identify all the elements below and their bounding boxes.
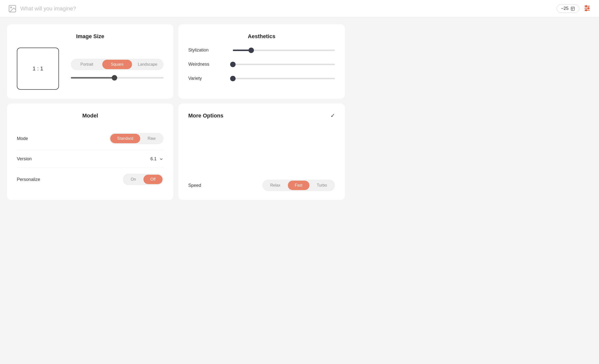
svg-point-7 (588, 7, 589, 9)
stylization-thumb[interactable] (248, 48, 254, 53)
main-content: Image Size 1 : 1 Portrait Square Landsca… (0, 17, 352, 207)
image-icon (8, 4, 17, 13)
version-dropdown[interactable]: 6.1 (150, 156, 163, 162)
image-size-content: 1 : 1 Portrait Square Landscape (17, 48, 163, 90)
credits-value: ~25 (561, 6, 569, 11)
model-title: Model (17, 112, 163, 119)
mode-row: Mode Standard Raw (17, 127, 163, 150)
svg-point-8 (585, 9, 587, 11)
orientation-toggle-group: Portrait Square Landscape (71, 59, 163, 70)
relax-speed-button[interactable]: Relax (263, 181, 287, 190)
size-slider-track[interactable] (71, 77, 163, 79)
svg-point-1 (11, 7, 12, 8)
size-slider-fill (71, 77, 114, 79)
raw-mode-button[interactable]: Raw (141, 134, 163, 143)
version-value: 6.1 (150, 156, 157, 162)
more-options-card: More Options ✓ Speed Relax Fast Turbo (178, 104, 345, 200)
personalize-row: Personalize On Off (17, 168, 163, 191)
version-label: Version (17, 156, 32, 162)
fast-speed-button[interactable]: Fast (288, 181, 309, 190)
header-left: What will you imagine? (8, 4, 76, 13)
square-button[interactable]: Square (102, 60, 132, 69)
search-placeholder[interactable]: What will you imagine? (20, 5, 76, 12)
variety-thumb[interactable] (230, 76, 236, 81)
speed-toggle-group: Relax Fast Turbo (262, 180, 335, 191)
header-right: ~25 (557, 4, 591, 13)
sliders-icon (583, 4, 591, 12)
portrait-button[interactable]: Portrait (72, 60, 102, 69)
variety-row: Variety (188, 76, 335, 81)
model-card: Model Mode Standard Raw Version 6.1 Pers… (7, 104, 173, 200)
variety-slider[interactable] (233, 78, 335, 79)
weirdness-thumb[interactable] (230, 62, 236, 67)
credits-badge[interactable]: ~25 (557, 4, 579, 13)
turbo-speed-button[interactable]: Turbo (310, 181, 334, 190)
svg-point-6 (585, 5, 587, 7)
chevron-down-icon (159, 157, 163, 161)
variety-label: Variety (188, 76, 233, 81)
speed-label: Speed (188, 183, 201, 188)
header: What will you imagine? ~25 (0, 0, 599, 17)
version-row: Version 6.1 (17, 150, 163, 168)
stylization-label: Stylization (188, 48, 233, 53)
personalize-on-button[interactable]: On (124, 175, 143, 184)
mode-label: Mode (17, 136, 28, 141)
aspect-ratio-preview: 1 : 1 (17, 48, 59, 90)
checkmark-icon: ✓ (330, 112, 335, 119)
stylization-row: Stylization (188, 48, 335, 53)
image-size-card: Image Size 1 : 1 Portrait Square Landsca… (7, 24, 173, 99)
more-options-title: More Options (188, 112, 223, 119)
aesthetics-title: Aesthetics (188, 33, 335, 40)
svg-rect-2 (571, 7, 574, 10)
aspect-ratio-label: 1 : 1 (33, 65, 43, 72)
weirdness-label: Weirdness (188, 62, 233, 67)
aesthetics-card: Aesthetics Stylization Weirdness Variety (178, 24, 345, 99)
image-size-title: Image Size (17, 33, 163, 40)
size-slider-thumb[interactable] (112, 75, 117, 81)
landscape-button[interactable]: Landscape (133, 60, 163, 69)
personalize-toggle-group: On Off (123, 174, 163, 185)
weirdness-row: Weirdness (188, 62, 335, 67)
speed-row: Speed Relax Fast Turbo (188, 176, 335, 191)
aesthetics-rows: Stylization Weirdness Variety (188, 48, 335, 81)
size-controls: Portrait Square Landscape (71, 59, 163, 79)
settings-button[interactable] (583, 4, 591, 13)
stylization-slider[interactable] (233, 50, 335, 51)
mode-toggle-group: Standard Raw (109, 133, 163, 144)
weirdness-slider[interactable] (233, 64, 335, 65)
image-credits-icon (571, 6, 575, 11)
personalize-off-button[interactable]: Off (143, 175, 163, 184)
personalize-label: Personalize (17, 177, 40, 182)
more-options-header: More Options ✓ (188, 112, 335, 119)
standard-mode-button[interactable]: Standard (110, 134, 140, 143)
